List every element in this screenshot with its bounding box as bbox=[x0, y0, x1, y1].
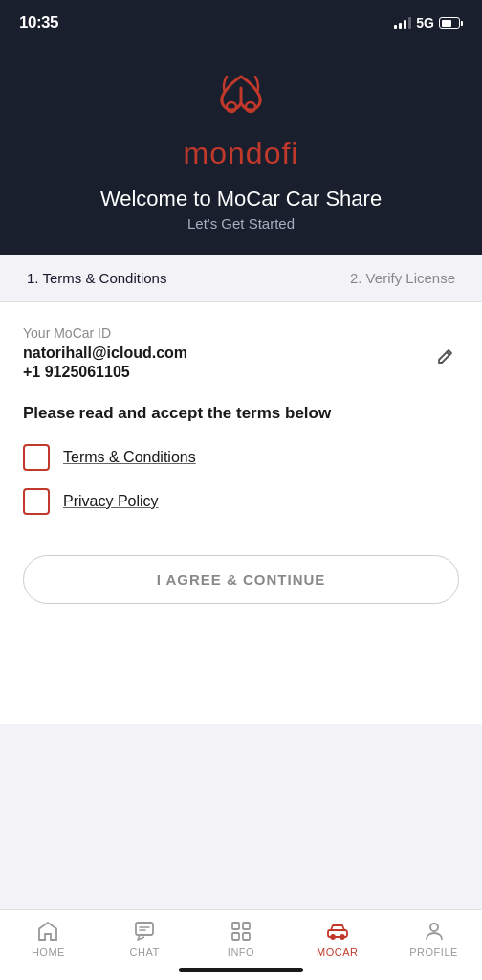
mocar-id-info: natorihall@icloud.com +1 9125061105 bbox=[23, 345, 430, 381]
edit-pencil-icon bbox=[434, 346, 455, 368]
svg-rect-2 bbox=[136, 923, 153, 935]
mocar-id-email: natorihall@icloud.com bbox=[23, 345, 430, 362]
terms-label[interactable]: Terms & Conditions bbox=[63, 449, 196, 466]
battery-icon bbox=[439, 17, 463, 29]
steps-bar: 1. Terms & Conditions 2. Verify License bbox=[0, 255, 482, 302]
nav-label-info: INFO bbox=[228, 947, 254, 958]
welcome-subtitle: Let's Get Started bbox=[187, 215, 295, 232]
mocar-id-label: Your MoCar ID bbox=[23, 325, 459, 341]
terms-checkbox[interactable] bbox=[23, 444, 50, 471]
terms-prompt: Please read and accept the terms below bbox=[23, 404, 459, 423]
home-indicator-bar bbox=[0, 962, 482, 980]
svg-rect-6 bbox=[243, 933, 250, 940]
status-icons: 5G bbox=[394, 15, 463, 31]
mocar-id-row: natorihall@icloud.com +1 9125061105 bbox=[23, 345, 459, 381]
header-hero: mondofi Welcome to MoCar Car Share Let's… bbox=[0, 42, 482, 255]
profile-icon bbox=[423, 920, 446, 943]
svg-point-10 bbox=[430, 924, 438, 931]
welcome-title: Welcome to MoCar Car Share bbox=[100, 187, 382, 212]
nav-label-chat: CHAT bbox=[130, 947, 160, 958]
nav-label-home: HOME bbox=[32, 947, 65, 958]
status-time: 10:35 bbox=[19, 13, 58, 33]
brand-name: mondofi bbox=[184, 136, 299, 171]
svg-rect-5 bbox=[232, 933, 239, 940]
bottom-nav-wrapper: HOME CHAT INFO bbox=[0, 909, 482, 980]
chat-icon bbox=[133, 920, 156, 943]
edit-id-button[interactable] bbox=[430, 343, 459, 376]
terms-checkbox-item[interactable]: Terms & Conditions bbox=[23, 444, 459, 471]
nav-item-chat[interactable]: CHAT bbox=[116, 920, 173, 958]
nav-item-home[interactable]: HOME bbox=[19, 920, 77, 958]
privacy-label[interactable]: Privacy Policy bbox=[63, 493, 159, 510]
svg-rect-3 bbox=[232, 923, 239, 929]
mocar-id-phone: +1 9125061105 bbox=[23, 364, 130, 380]
agree-continue-button[interactable]: I AGREE & CONTINUE bbox=[23, 555, 459, 604]
main-card: Your MoCar ID natorihall@icloud.com +1 9… bbox=[0, 302, 482, 724]
network-type: 5G bbox=[416, 15, 434, 31]
nav-item-info[interactable]: INFO bbox=[212, 920, 270, 958]
nav-item-profile[interactable]: PROFILE bbox=[405, 920, 463, 958]
privacy-checkbox-item[interactable]: Privacy Policy bbox=[23, 488, 459, 515]
bottom-nav: HOME CHAT INFO bbox=[0, 910, 482, 962]
nav-label-mocar: MOCAR bbox=[317, 947, 358, 958]
step-2-verify: 2. Verify License bbox=[350, 270, 455, 286]
mondofi-logo-icon bbox=[208, 69, 274, 126]
car-icon bbox=[326, 920, 349, 943]
mocar-id-section: Your MoCar ID natorihall@icloud.com +1 9… bbox=[23, 325, 459, 381]
signal-bars-icon bbox=[394, 17, 411, 29]
status-bar: 10:35 5G bbox=[0, 0, 482, 42]
home-indicator-pill bbox=[179, 968, 303, 972]
privacy-checkbox[interactable] bbox=[23, 488, 50, 515]
svg-rect-4 bbox=[243, 923, 250, 929]
home-icon bbox=[36, 920, 59, 943]
info-grid-icon bbox=[230, 920, 252, 943]
step-1-terms: 1. Terms & Conditions bbox=[27, 270, 166, 286]
nav-label-profile: PROFILE bbox=[409, 947, 458, 958]
nav-item-mocar[interactable]: MOCAR bbox=[309, 920, 366, 958]
